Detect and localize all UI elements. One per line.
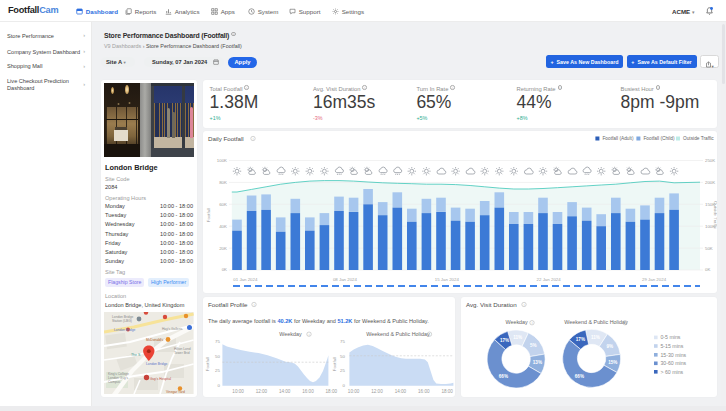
svg-text:Outside Traffic: Outside Traffic (683, 136, 714, 141)
svg-text:40K: 40K (219, 224, 227, 229)
svg-text:17%: 17% (576, 337, 585, 342)
svg-text:Outside Traffic: Outside Traffic (713, 201, 717, 230)
svg-text:15 Jan 2024: 15 Jan 2024 (434, 277, 459, 282)
svg-text:13%: 13% (533, 360, 542, 365)
svg-text:Tower Brid: Tower Brid (174, 351, 190, 355)
svg-text:200K: 200K (705, 180, 715, 185)
svg-text:30-60 mins: 30-60 mins (660, 360, 686, 366)
svg-text:66%: 66% (575, 373, 584, 378)
svg-text:Footfall Profile: Footfall Profile (208, 301, 248, 308)
svg-text:McDonald's: McDonald's (146, 338, 163, 342)
svg-text:Daily Footfall: Daily Footfall (208, 135, 244, 142)
svg-text:22 Jan 2024: 22 Jan 2024 (536, 277, 561, 282)
svg-text:15-30 mins: 15-30 mins (660, 351, 686, 357)
svg-text:50K: 50K (705, 246, 713, 251)
svg-text:01 Jan 2024: 01 Jan 2024 (233, 277, 258, 282)
svg-text:0K: 0K (705, 267, 710, 272)
svg-text:Weekend & Public Holiday: Weekend & Public Holiday (564, 319, 628, 325)
svg-text:16:00: 16:00 (302, 388, 314, 393)
svg-text:Hay's Galleria: Hay's Galleria (162, 327, 182, 331)
svg-text:12:00: 12:00 (371, 388, 383, 393)
svg-text:10:00: 10:00 (232, 388, 244, 393)
svg-text:14:00: 14:00 (394, 388, 406, 393)
svg-text:The S: The S (131, 353, 141, 357)
svg-text:25: 25 (340, 368, 345, 373)
svg-text:Station (LBG): Station (LBG) (112, 319, 132, 323)
svg-text:10:00: 10:00 (347, 388, 359, 393)
svg-text:66%: 66% (499, 374, 508, 379)
svg-text:100K: 100K (216, 158, 226, 163)
svg-text:Weekend & Public Holiday: Weekend & Public Holiday (366, 331, 430, 337)
svg-text:5%: 5% (530, 343, 537, 348)
svg-text:0: 0 (342, 383, 345, 388)
svg-text:75: 75 (215, 339, 220, 344)
svg-text:9%: 9% (606, 344, 613, 349)
svg-text:25: 25 (215, 368, 220, 373)
svg-text:20K: 20K (219, 246, 227, 251)
svg-text:12:00: 12:00 (255, 388, 267, 393)
svg-text:0: 0 (217, 383, 220, 388)
svg-text:75: 75 (340, 339, 345, 344)
svg-text:0-5 mins: 0-5 mins (660, 334, 680, 340)
svg-text:80K: 80K (219, 180, 227, 185)
svg-text:250K: 250K (705, 158, 715, 163)
svg-text:16:00: 16:00 (418, 388, 430, 393)
svg-text:11%: 11% (513, 335, 522, 340)
svg-text:Avg. Visit Duration: Avg. Visit Duration (466, 301, 517, 308)
svg-text:Footfall: Footfall (332, 356, 337, 370)
svg-text:Vinegar Yard: Vinegar Yard (166, 390, 185, 394)
svg-text:29 Jan 2024: 29 Jan 2024 (642, 277, 667, 282)
svg-text:Weekday: Weekday (505, 319, 528, 325)
svg-text:Footfall: Footfall (205, 356, 210, 370)
svg-text:Footfall (Adult): Footfall (Adult) (602, 136, 633, 141)
svg-text:Weekday: Weekday (279, 331, 302, 337)
svg-text:08 Jan 2024: 08 Jan 2024 (332, 277, 357, 282)
svg-text:50: 50 (340, 353, 345, 358)
svg-text:50: 50 (215, 353, 220, 358)
svg-text:14:00: 14:00 (279, 388, 291, 393)
svg-text:0K: 0K (221, 267, 226, 272)
svg-text:18:00: 18:00 (441, 388, 453, 393)
svg-text:11%: 11% (591, 334, 600, 339)
svg-text:London Bridge: London Bridge (114, 328, 136, 332)
svg-text:Guy's Hospital: Guy's Hospital (150, 377, 171, 381)
svg-text:Footfall: Footfall (206, 208, 211, 222)
svg-text:Campus: Campus (108, 380, 121, 384)
svg-text:Footfall (Child): Footfall (Child) (643, 136, 674, 141)
svg-text:The daily average footfall is: The daily average footfall is 40.2K for … (208, 318, 429, 324)
svg-text:60K: 60K (219, 202, 227, 207)
svg-text:18:00: 18:00 (325, 388, 337, 393)
svg-text:London Bridge: London Bridge (146, 362, 168, 366)
svg-text:15%: 15% (608, 359, 617, 364)
svg-text:17%: 17% (500, 338, 509, 343)
svg-text:> 60 mins: > 60 mins (660, 368, 683, 374)
svg-text:5-15 mins: 5-15 mins (660, 342, 683, 348)
